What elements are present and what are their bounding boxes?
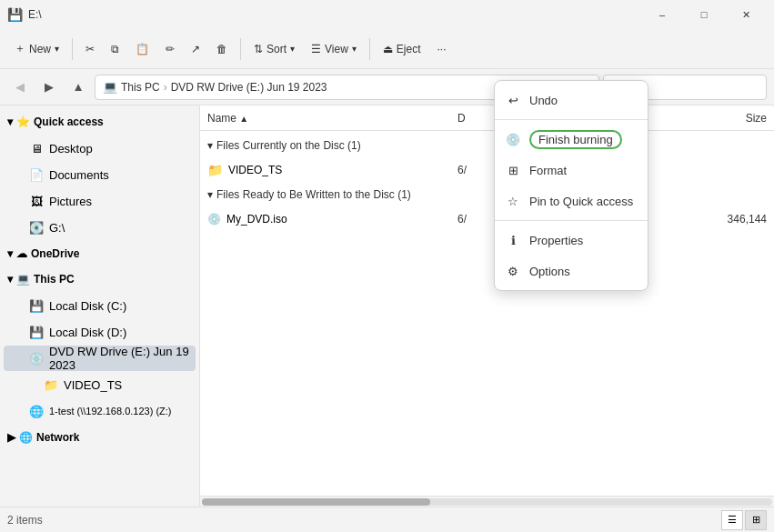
this-pc-chevron-icon: ▾ [7,273,13,286]
this-pc-label: This PC [34,273,75,286]
sidebar-item-documents[interactable]: 📄 Documents [4,162,196,187]
forward-button[interactable]: ▶ [36,75,62,100]
sidebar: ▾ ⭐ Quick access 🖥 Desktop 📄 Documents 🖼… [0,105,200,507]
menu-item-finish-burning[interactable]: 💿 Finish burning [495,124,648,155]
sidebar-item-network-drive-z[interactable]: 🌐 1-test (\\192.168.0.123) (Z:) [4,398,196,424]
date-header-label: D [457,112,466,125]
this-pc-icon: 💻 [16,273,30,286]
video-ts-filename: VIDEO_TS [228,164,282,176]
share-button[interactable]: ↗ [184,34,207,65]
sort-button[interactable]: ⇅ Sort ▾ [246,34,302,65]
path-sep1: › [164,81,167,94]
path-drive: DVD RW Drive (E:) Jun 19 2023 [171,81,327,94]
view-toggle: ☰ ⊞ [721,510,767,530]
view-label: View [325,43,348,55]
new-label: New [29,43,51,55]
properties-icon: ℹ [506,233,520,247]
network-icon: 🌐 [19,431,33,444]
menu-item-pin-quick-access[interactable]: ☆ Pin to Quick access [495,186,648,216]
sidebar-item-pictures[interactable]: 🖼 Pictures [4,188,196,214]
back-button[interactable]: ◀ [7,75,33,100]
title-bar: 💾 E:\ – □ ✕ [0,0,774,29]
eject-label: Eject [397,43,421,55]
onedrive-chevron-icon: ▾ [7,247,13,260]
network-z-icon: 🌐 [29,404,44,418]
undo-icon: ↩ [506,93,520,107]
details-view-button[interactable]: ⊞ [745,510,767,530]
sidebar-section-network[interactable]: ▶ 🌐 Network [0,425,199,450]
g-drive-icon: 💽 [29,220,44,235]
view-button[interactable]: ☰ View ▾ [304,34,364,65]
table-row[interactable]: 📁 VIDEO_TS 6/ der [200,158,774,182]
menu-item-undo[interactable]: ↩ Undo [495,85,648,115]
quick-access-icon: ⭐ [16,115,30,128]
documents-icon: 📄 [29,167,44,182]
eject-button[interactable]: ⏏ Eject [376,34,428,65]
new-icon: ＋ [15,41,25,56]
sort-icon: ⇅ [254,43,263,55]
table-row[interactable]: 💿 My_DVD.iso 6/ R archive 346,144 [200,207,774,231]
dvd-e-label: DVD RW Drive (E:) Jun 19 2023 [49,345,196,372]
copy-button[interactable]: ⧉ [104,34,126,65]
pictures-label: Pictures [49,195,92,208]
properties-label: Properties [529,234,583,247]
new-button[interactable]: ＋ New ▾ [7,34,66,65]
options-icon: ⚙ [506,264,520,278]
view-icon: ☰ [311,43,321,55]
sort-label: Sort [266,43,286,55]
size-header-label: Size [746,112,767,125]
rename-button[interactable]: ✏ [158,34,182,65]
dvd-iso-filename: My_DVD.iso [226,213,287,226]
sidebar-item-dvd-e[interactable]: 💿 DVD RW Drive (E:) Jun 19 2023 [4,346,196,371]
local-c-icon: 💾 [29,298,44,313]
dvd-e-icon: 💿 [29,351,44,366]
scrollbar-track [202,498,772,506]
options-label: Options [529,265,570,278]
menu-separator-2 [495,220,648,221]
sidebar-item-local-c[interactable]: 💾 Local Disk (C:) [4,293,196,318]
more-button[interactable]: ··· [430,34,454,65]
sidebar-item-desktop[interactable]: 🖥 Desktop [4,136,196,161]
finish-burning-label: Finish burning [529,130,622,149]
video-ts-label: VIDEO_TS [64,378,122,392]
path-this-pc: This PC [121,81,160,94]
to-write-chevron-icon: ▾ [207,188,213,201]
local-c-label: Local Disk (C:) [49,299,126,313]
documents-label: Documents [49,168,109,182]
sidebar-item-video-ts[interactable]: 📁 VIDEO_TS [4,372,196,397]
rename-icon: ✏ [166,43,175,55]
pin-label: Pin to Quick access [529,195,633,208]
sidebar-section-this-pc[interactable]: ▾ 💻 This PC [0,266,199,292]
menu-item-format[interactable]: ⊞ Format [495,155,648,186]
eject-icon: ⏏ [383,43,393,55]
view-chevron-icon: ▾ [352,44,357,54]
onedrive-icon: ☁ [16,247,27,260]
toolbar: ＋ New ▾ ✂ ⧉ 📋 ✏ ↗ 🗑 ⇅ Sort ▾ ☰ View ▾ ⏏ … [0,29,774,69]
network-z-label: 1-test (\\192.168.0.123) (Z:) [49,406,172,417]
sidebar-section-quick-access[interactable]: ▾ ⭐ Quick access [0,109,199,135]
menu-item-properties[interactable]: ℹ Properties [495,225,648,256]
sidebar-item-local-d[interactable]: 💾 Local Disk (D:) [4,319,196,345]
minimize-button[interactable]: – [641,0,683,29]
main-layout: ▾ ⭐ Quick access 🖥 Desktop 📄 Documents 🖼… [0,105,774,507]
horizontal-scrollbar[interactable] [200,496,774,507]
delete-button[interactable]: 🗑 [209,34,235,65]
local-d-label: Local Disk (D:) [49,326,126,339]
separator2 [240,38,241,60]
sidebar-section-onedrive[interactable]: ▾ ☁ OneDrive [0,241,199,266]
close-button[interactable]: ✕ [725,0,767,29]
col-name-header[interactable]: Name ▲ [207,112,457,125]
paste-button[interactable]: 📋 [128,34,156,65]
sidebar-item-g-drive[interactable]: 💽 G:\ [4,215,196,240]
undo-label: Undo [529,94,558,107]
maximize-button[interactable]: □ [683,0,725,29]
paste-icon: 📋 [136,43,149,55]
cut-button[interactable]: ✂ [78,34,102,65]
pictures-icon: 🖼 [29,194,44,208]
separator1 [72,38,73,60]
dvd-iso-size: 346,144 [694,213,767,226]
menu-item-options[interactable]: ⚙ Options [495,256,648,286]
up-button[interactable]: ▲ [65,75,91,100]
list-view-button[interactable]: ☰ [721,510,743,530]
scrollbar-thumb [202,498,430,506]
